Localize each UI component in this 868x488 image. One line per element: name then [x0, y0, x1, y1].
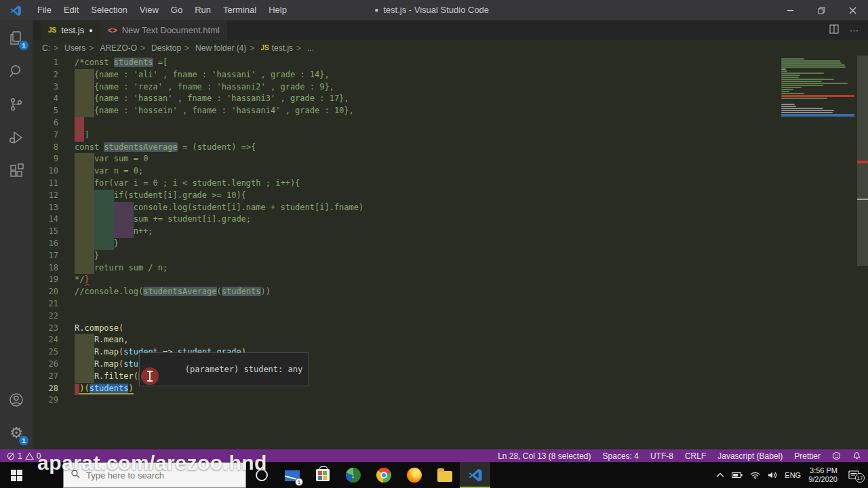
- tray-date: 9/2/2020: [808, 475, 837, 484]
- eol-setting[interactable]: CRLF: [685, 451, 706, 461]
- menu-file[interactable]: File: [31, 0, 58, 20]
- search-input[interactable]: [86, 470, 222, 481]
- code-line[interactable]: 29: [33, 394, 868, 407]
- code-line[interactable]: 9var sum = 0: [33, 153, 868, 165]
- code-line[interactable]: 20//console.log(studentsAverage(students…: [33, 286, 868, 298]
- code-line[interactable]: 8const studentsAverage = (student) =>{: [33, 142, 868, 154]
- more-actions-icon[interactable]: ···: [850, 25, 859, 35]
- js-file-icon: JS: [260, 44, 269, 52]
- menu-run[interactable]: Run: [189, 0, 217, 20]
- chrome-app-button[interactable]: [368, 462, 399, 488]
- code-line[interactable]: 21: [33, 298, 868, 310]
- line-number: 18: [33, 262, 58, 274]
- minimap-line: [781, 68, 786, 70]
- code-line[interactable]: 13console.log(student[i].name + student[…: [33, 202, 868, 214]
- code-line[interactable]: 2{name : 'ali' , fname : 'hassani' , gra…: [33, 69, 868, 81]
- code-line[interactable]: 17}: [33, 250, 868, 262]
- code-line[interactable]: 23R.compose(: [33, 323, 868, 335]
- code-line[interactable]: 24R.mean,: [33, 334, 868, 346]
- menu-terminal[interactable]: Terminal: [217, 0, 262, 20]
- breadcrumb-users[interactable]: Users: [50, 43, 85, 53]
- breadcrumb-more[interactable]: ...: [293, 43, 314, 53]
- code-line[interactable]: 4{name : 'hassan' , fname : 'hassani3' ,…: [33, 93, 868, 105]
- file-explorer-button[interactable]: [429, 462, 460, 488]
- minimap[interactable]: [781, 58, 854, 119]
- notifications-bell-icon[interactable]: [852, 451, 861, 460]
- code-line[interactable]: 5{name : 'hossein' , fname : 'hassani4' …: [33, 105, 868, 117]
- js-file-icon: JS: [48, 26, 56, 34]
- tab-new-text-document[interactable]: <> New Text Document.html: [100, 20, 228, 40]
- menu-help[interactable]: Help: [262, 0, 293, 20]
- restore-button[interactable]: [806, 0, 837, 20]
- code-line[interactable]: 19*/}: [33, 274, 868, 286]
- battery-icon[interactable]: [732, 472, 743, 479]
- start-button[interactable]: [0, 462, 33, 488]
- store-app-button[interactable]: [307, 462, 338, 488]
- chrome-icon: [376, 468, 391, 483]
- line-number: 4: [33, 93, 58, 105]
- firefox-app-button[interactable]: [399, 462, 429, 488]
- code-line[interactable]: 16}: [33, 238, 868, 250]
- menu-view[interactable]: View: [134, 0, 165, 20]
- minimap-line: [781, 108, 823, 109]
- taskbar-search[interactable]: [63, 462, 246, 488]
- vscode-taskbar-button[interactable]: [460, 462, 490, 488]
- tray-expand-chevron-icon[interactable]: [716, 472, 724, 478]
- breadcrumb-desktop[interactable]: Desktop: [137, 43, 181, 53]
- line-number: 1: [33, 57, 58, 69]
- close-button[interactable]: [837, 0, 868, 20]
- code-line[interactable]: 3{name : 'reza' , fname : 'hassani2' , g…: [33, 81, 868, 94]
- code-line[interactable]: 1/*const students =[: [33, 57, 868, 69]
- code-line[interactable]: 14sum += student[i].grade;: [33, 214, 868, 226]
- indentation-setting[interactable]: Spaces: 4: [603, 451, 639, 461]
- wifi-icon[interactable]: [750, 472, 760, 479]
- formatter-indicator[interactable]: Prettier: [794, 451, 821, 461]
- breadcrumb-drive[interactable]: C:: [42, 43, 50, 53]
- line-number: 21: [33, 298, 58, 310]
- code-line[interactable]: 11for(var i = 0 ; i < student.length ; i…: [33, 178, 868, 190]
- feedback-smiley-icon[interactable]: [832, 451, 841, 460]
- code-line[interactable]: 18return sum / n;: [33, 262, 868, 274]
- menu-edit[interactable]: Edit: [58, 0, 85, 20]
- explorer-icon[interactable]: 1: [5, 27, 27, 49]
- code-line[interactable]: 12if(student[i].grade >= 10){: [33, 190, 868, 202]
- split-editor-icon[interactable]: [829, 24, 839, 36]
- breadcrumb-user[interactable]: AREZO-O: [85, 43, 137, 53]
- clock[interactable]: 3:56 PM 9/2/2020: [808, 466, 837, 484]
- language-indicator[interactable]: ENG: [785, 471, 801, 479]
- problems-indicator[interactable]: 1 0: [7, 451, 41, 461]
- action-center-button[interactable]: 17: [845, 470, 863, 480]
- code-line[interactable]: 22: [33, 310, 868, 323]
- settings-gear-icon[interactable]: ⚙ 1: [5, 422, 27, 444]
- breadcrumb-file[interactable]: JStest.js: [246, 43, 293, 53]
- window-title: ● test.js - Visual Studio Code: [374, 0, 489, 20]
- vertical-scrollbar[interactable]: [857, 56, 868, 449]
- menu-selection[interactable]: Selection: [85, 0, 133, 20]
- account-icon[interactable]: [5, 389, 27, 411]
- minimap-line: [781, 114, 854, 117]
- minimize-button[interactable]: [774, 0, 806, 20]
- line-number: 12: [33, 190, 58, 202]
- idm-app-button[interactable]: ↓: [338, 462, 368, 488]
- code-editor[interactable]: 1/*const students =[2{name : 'ali' , fna…: [33, 56, 868, 449]
- tab-testjs[interactable]: JS test.js ●: [41, 20, 100, 40]
- mail-app-button[interactable]: 1: [277, 462, 307, 488]
- indent-guide-block: [75, 371, 94, 383]
- code-line[interactable]: 10var n = 0;: [33, 165, 868, 178]
- run-debug-icon[interactable]: [5, 127, 27, 148]
- volume-icon[interactable]: [768, 471, 777, 479]
- source-control-icon[interactable]: [5, 94, 27, 115]
- encoding-setting[interactable]: UTF-8: [650, 451, 673, 461]
- line-number: 25: [33, 346, 58, 359]
- extensions-icon[interactable]: [5, 160, 27, 182]
- language-mode[interactable]: Javascript (Babel): [717, 451, 783, 461]
- unsaved-dot-icon[interactable]: ●: [89, 27, 92, 34]
- cursor-position[interactable]: Ln 28, Col 13 (8 selected): [498, 451, 591, 461]
- search-icon[interactable]: [5, 60, 27, 82]
- code-line[interactable]: 7]: [33, 129, 868, 142]
- code-line[interactable]: 6: [33, 117, 868, 129]
- cortana-button[interactable]: [246, 462, 277, 488]
- code-line[interactable]: 15n++;: [33, 226, 868, 238]
- breadcrumb-folder[interactable]: New folder (4): [181, 43, 246, 53]
- menu-go[interactable]: Go: [165, 0, 189, 20]
